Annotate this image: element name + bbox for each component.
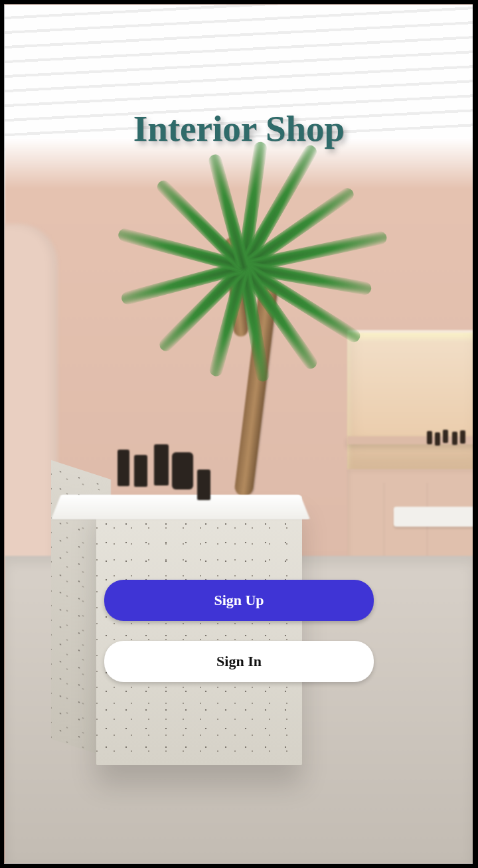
bg-side-counter (394, 507, 474, 527)
app-screen: Interior Shop Sign Up Sign In (0, 0, 478, 868)
bg-bottle (154, 444, 169, 485)
bg-bottle (460, 430, 465, 444)
bg-bottle (443, 430, 448, 443)
bg-bottle (427, 431, 432, 444)
bg-bottle (118, 450, 129, 486)
background-image: Interior Shop Sign Up Sign In (4, 4, 474, 864)
auth-buttons: Sign Up Sign In (104, 580, 374, 682)
bg-bottle (452, 432, 457, 445)
scrollbar[interactable] (473, 0, 478, 868)
bg-bottle (172, 452, 193, 489)
sign-up-button[interactable]: Sign Up (104, 580, 374, 621)
bg-arch (4, 224, 58, 569)
bg-bottle (197, 470, 210, 500)
bg-ceiling (5, 5, 473, 151)
sign-in-button[interactable]: Sign In (104, 641, 374, 682)
bg-niche (347, 330, 474, 470)
bg-bottle (435, 432, 440, 446)
bg-island-top (51, 495, 310, 519)
bg-bottle (134, 455, 147, 487)
